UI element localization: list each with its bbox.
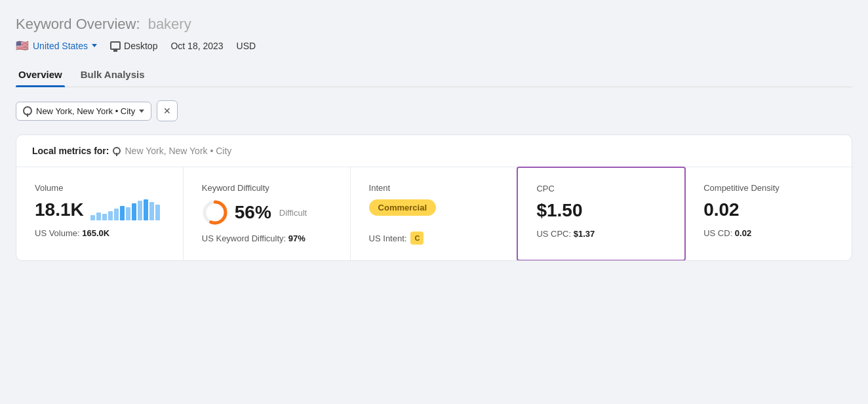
page-header: Keyword Overview: bakery 🇺🇸 United State… (16, 16, 852, 52)
difficulty-row: 56% Difficult (202, 199, 332, 226)
meta-bar: 🇺🇸 United States Desktop Oct 18, 2023 US… (16, 39, 852, 52)
bar (90, 215, 95, 220)
cpc-label: CPC (536, 184, 666, 193)
cpc-sub: US CPC: $1.37 (536, 229, 666, 239)
location-chevron-icon (139, 110, 144, 113)
intent-sub: US Intent: C (369, 232, 499, 245)
bar (96, 212, 101, 220)
monitor-icon (110, 41, 121, 50)
cd-sub: US CD: 0.02 (703, 228, 833, 238)
kd-difficulty-label: Difficult (279, 208, 307, 218)
location-icon (23, 106, 32, 115)
location-label: New York, New York • City (36, 106, 135, 116)
volume-label: Volume (35, 183, 165, 193)
us-cd-value: 0.02 (735, 228, 751, 238)
metrics-header-location: New York, New York • City (125, 146, 231, 156)
us-intent-badge: C (410, 232, 424, 245)
intent-label: Intent (369, 183, 499, 193)
kd-label: Keyword Difficulty (202, 183, 332, 193)
cd-label: Competitive Density (703, 183, 833, 193)
bar (120, 206, 125, 220)
volume-bar-chart (90, 199, 160, 220)
bar (102, 214, 107, 220)
metric-intent: Intent Commercial US Intent: C (351, 167, 518, 260)
bar (108, 211, 113, 220)
bar (155, 205, 160, 220)
close-icon: ✕ (163, 106, 171, 116)
tab-overview[interactable]: Overview (16, 62, 65, 87)
flag-icon: 🇺🇸 (16, 39, 29, 52)
tab-list: Overview Bulk Analysis (16, 62, 852, 87)
chevron-down-icon (92, 44, 97, 47)
metrics-header-label: Local metrics for: (32, 146, 109, 156)
us-kd-value: 97% (288, 233, 306, 243)
bar (126, 207, 130, 220)
tabs-container: Overview Bulk Analysis (16, 62, 852, 87)
bar (149, 202, 154, 220)
device-meta: Desktop (110, 41, 157, 51)
country-selector[interactable]: 🇺🇸 United States (16, 39, 97, 52)
volume-value: 18.1K (35, 199, 84, 220)
device-label: Desktop (124, 41, 157, 51)
tab-bulk-analysis[interactable]: Bulk Analysis (78, 62, 148, 87)
cpc-value: $1.50 (536, 200, 666, 221)
metrics-card: Local metrics for: New York, New York • … (16, 134, 852, 261)
currency-meta: USD (237, 41, 256, 51)
date-label: Oct 18, 2023 (170, 41, 223, 51)
location-selector[interactable]: New York, New York • City (16, 102, 151, 121)
bar (144, 199, 148, 220)
intent-badge: Commercial (369, 199, 436, 216)
metric-cpc: CPC $1.50 US CPC: $1.37 (517, 167, 686, 261)
volume-sub: US Volume: 165.0K (35, 228, 165, 238)
us-cpc-value: $1.37 (574, 229, 595, 239)
kd-percent-value: 56% (235, 202, 271, 223)
kd-donut-chart (202, 199, 228, 226)
cd-value: 0.02 (703, 199, 833, 220)
bar (114, 209, 119, 220)
intent-badge-wrapper: Commercial (369, 199, 499, 224)
header-location-icon (113, 147, 121, 155)
metric-keyword-difficulty: Keyword Difficulty 56% Difficult US Keyw… (184, 167, 351, 260)
bar (132, 203, 136, 220)
metrics-grid: Volume 18.1K (16, 167, 852, 260)
us-volume-value: 165.0K (82, 228, 109, 238)
metrics-card-header: Local metrics for: New York, New York • … (16, 135, 852, 167)
country-label: United States (33, 41, 88, 51)
date-meta: Oct 18, 2023 (170, 41, 223, 51)
volume-row: 18.1K (35, 199, 165, 220)
location-close-button[interactable]: ✕ (157, 100, 178, 121)
currency-label: USD (237, 41, 256, 51)
page-title: Keyword Overview: bakery (16, 16, 852, 33)
bar (138, 201, 142, 220)
filter-bar: New York, New York • City ✕ (16, 100, 852, 121)
metric-competitive-density: Competitive Density 0.02 US CD: 0.02 (685, 167, 852, 260)
kd-sub: US Keyword Difficulty: 97% (202, 233, 332, 243)
metric-volume: Volume 18.1K (16, 167, 184, 260)
